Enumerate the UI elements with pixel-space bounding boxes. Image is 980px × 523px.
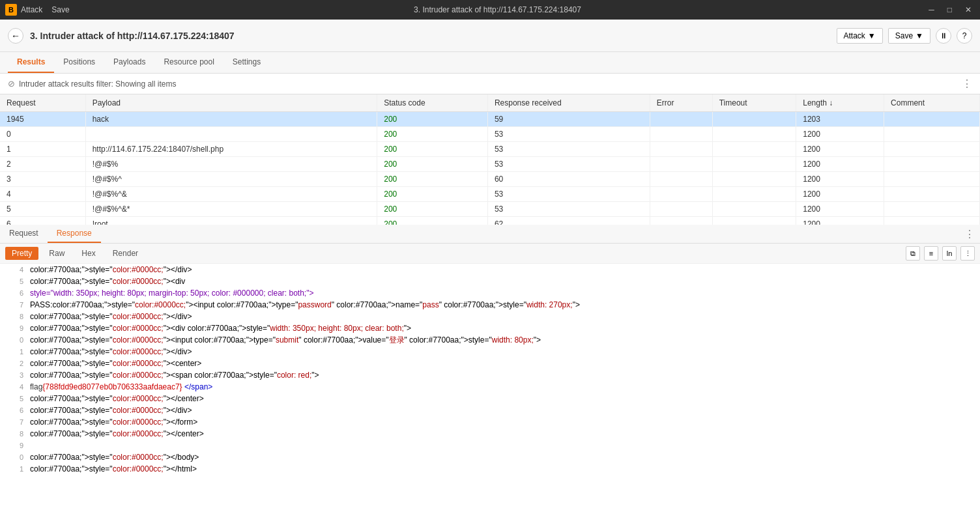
tab-settings[interactable]: Settings (223, 52, 270, 73)
col-length[interactable]: Length ↓ (796, 94, 884, 112)
menu-attack[interactable]: Attack (21, 5, 42, 14)
pause-button[interactable]: ⏸ (936, 28, 951, 44)
close-button[interactable]: ✕ (962, 4, 975, 16)
code-line: 4 flag{788fdd9ed8077eb0b706333aafdaeac7}… (0, 381, 980, 393)
table-row[interactable]: 3!@#$%^200601200 (0, 172, 980, 187)
page-title: 3. Intruder attack of http://114.67.175.… (30, 31, 830, 41)
line-number: 5 (5, 393, 23, 404)
bottom-panel: Request Response ⋮ Pretty Raw Hex Render… (0, 225, 980, 523)
code-line: 9 color:#7700aa;">style="color:#0000cc;"… (0, 322, 980, 334)
table-row[interactable]: 6!root200621200 (0, 217, 980, 225)
code-area: 4 color:#7700aa;">style="color:#0000cc;"… (0, 264, 980, 523)
toolbar-right: Attack ▼ Save ▼ ⏸ ? (837, 28, 973, 44)
line-number: 8 (5, 428, 23, 440)
code-line: 5 color:#7700aa;">style="color:#0000cc;"… (0, 276, 980, 287)
code-line: 5 color:#7700aa;">style="color:#0000cc;"… (0, 393, 980, 404)
line-content: color:#7700aa;">style="color:#0000cc;"><… (30, 334, 541, 346)
line-number: 1 (5, 346, 23, 358)
filter-bar: ⊘ Intruder attack results filter: Showin… (0, 74, 980, 94)
copy-icon-btn[interactable]: ⧉ (906, 246, 920, 261)
code-line: 8 color:#7700aa;">style="color:#0000cc;"… (0, 311, 980, 322)
col-payload: Payload (85, 94, 377, 112)
code-line: 6 style="width: 350px; height: 80px; mar… (0, 287, 980, 299)
main-content: ⊘ Intruder attack results filter: Showin… (0, 74, 980, 523)
view-pretty[interactable]: Pretty (5, 247, 38, 260)
maximize-button[interactable]: □ (944, 4, 955, 16)
line-number: 3 (5, 369, 23, 381)
ln-btn[interactable]: ln (942, 246, 957, 261)
request-response-tabs: Request Response ⋮ (0, 225, 980, 244)
help-button[interactable]: ? (957, 28, 972, 44)
line-content: color:#7700aa;">style="color:#0000cc;"><… (30, 416, 197, 428)
col-request: Request (0, 94, 85, 112)
view-toolbar: Pretty Raw Hex Render ⧉ ≡ ln ⋮ (0, 244, 980, 264)
line-content: color:#7700aa;">style="color:#0000cc;"><… (30, 404, 192, 416)
window-title: 3. Intruder attack of http://114.67.175.… (414, 5, 581, 14)
title-bar-left: B Attack Save (5, 4, 70, 16)
filter-text: Intruder attack results filter: Showing … (19, 79, 176, 89)
code-line: 9 (0, 440, 980, 451)
code-line: 3 color:#7700aa;">style="color:#0000cc;"… (0, 369, 980, 381)
attack-button[interactable]: Attack ▼ (837, 28, 883, 44)
code-line: 2 color:#7700aa;">style="color:#0000cc;"… (0, 358, 980, 369)
line-number: 0 (5, 334, 23, 346)
line-number: 9 (5, 322, 23, 334)
code-line: 4 color:#7700aa;">style="color:#0000cc;"… (0, 264, 980, 276)
line-number: 7 (5, 416, 23, 428)
tab-payloads[interactable]: Payloads (104, 52, 154, 73)
line-number: 9 (5, 440, 23, 451)
tab-request[interactable]: Request (0, 225, 48, 243)
view-raw[interactable]: Raw (42, 247, 71, 260)
title-bar-menu: Attack Save (21, 5, 70, 14)
line-content: color:#7700aa;">style="color:#0000cc;"><… (30, 463, 197, 475)
line-content: color:#7700aa;">style="color:#0000cc;"><… (30, 346, 192, 358)
table-row[interactable]: 5!@#$%^&*200531200 (0, 202, 980, 217)
toolbar: ← 3. Intruder attack of http://114.67.17… (0, 20, 980, 52)
line-content: PASS:color:#7700aa;">style="color:#0000c… (30, 299, 580, 311)
line-number: 6 (5, 404, 23, 416)
tab-resource-pool[interactable]: Resource pool (154, 52, 223, 73)
col-response: Response received (487, 94, 650, 112)
save-button[interactable]: Save ▼ (888, 28, 930, 44)
line-content: color:#7700aa;">style="color:#0000cc;"><… (30, 369, 319, 381)
line-number: 1 (5, 463, 23, 475)
code-line: 0 color:#7700aa;">style="color:#0000cc;"… (0, 334, 980, 346)
line-number: 5 (5, 276, 23, 287)
table-row[interactable]: 2!@#$%200531200 (0, 157, 980, 172)
panel-more-icon[interactable]: ⋮ (964, 228, 975, 240)
minimize-button[interactable]: ─ (925, 4, 938, 16)
table-header-row: Request Payload Status code Response rec… (0, 94, 980, 112)
menu-save[interactable]: Save (51, 5, 69, 14)
code-line: 0color:#7700aa;">style="color:#0000cc;">… (0, 451, 980, 463)
view-hex[interactable]: Hex (75, 247, 102, 260)
back-button[interactable]: ← (8, 28, 23, 44)
tab-positions[interactable]: Positions (54, 52, 104, 73)
line-content: color:#7700aa;">style="color:#0000cc;"><… (30, 428, 204, 440)
col-status: Status code (377, 94, 488, 112)
table-row[interactable]: 0200531200 (0, 127, 980, 142)
tab-response[interactable]: Response (48, 225, 101, 243)
attack-label: Attack (844, 31, 865, 40)
attack-chevron-icon: ▼ (868, 31, 876, 40)
table-body: 1945hack20059120302005312001http://114.6… (0, 112, 980, 225)
filter-icon: ⊘ (8, 79, 15, 89)
filter-left: ⊘ Intruder attack results filter: Showin… (8, 79, 176, 89)
line-content: color:#7700aa;">style="color:#0000cc;"><… (30, 264, 192, 276)
line-content: flag{788fdd9ed8077eb0b706333aafdaeac7} <… (30, 381, 212, 393)
table-row[interactable]: 1945hack200591203 (0, 112, 980, 127)
table-row[interactable]: 1http://114.67.175.224:18407/shell.php20… (0, 142, 980, 157)
line-content: color:#7700aa;">style="color:#0000cc;"><… (30, 311, 192, 322)
line-content: color:#7700aa;">style="color:#0000cc;"><… (30, 322, 411, 334)
line-number: 4 (5, 264, 23, 276)
word-wrap-btn[interactable]: ≡ (924, 246, 938, 261)
code-line: 1 color:#7700aa;">style="color:#0000cc;"… (0, 346, 980, 358)
line-number: 4 (5, 381, 23, 393)
tab-results[interactable]: Results (8, 52, 54, 73)
view-render[interactable]: Render (106, 247, 145, 260)
table-row[interactable]: 4!@#$%^&200531200 (0, 187, 980, 202)
main-tabs: Results Positions Payloads Resource pool… (0, 52, 980, 74)
filter-more-icon[interactable]: ⋮ (962, 78, 972, 90)
settings-btn[interactable]: ⋮ (960, 246, 975, 261)
line-content: color:#7700aa;">style="color:#0000cc;"><… (30, 358, 201, 369)
code-line: 8 color:#7700aa;">style="color:#0000cc;"… (0, 428, 980, 440)
